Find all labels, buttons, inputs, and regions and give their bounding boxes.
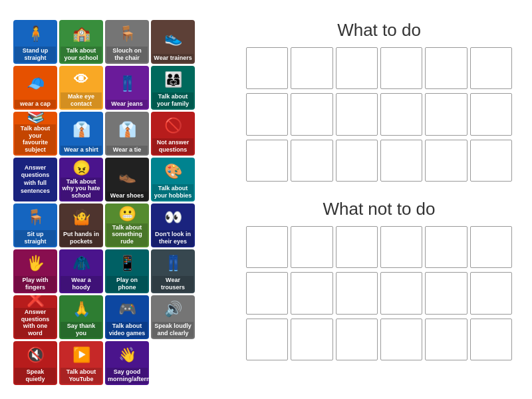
- card-label: Wear shoes: [106, 192, 148, 200]
- drop-cell[interactable]: [470, 93, 512, 135]
- drop-cell[interactable]: [246, 226, 288, 268]
- activity-card[interactable]: 📚 Talk about your favourite subject: [13, 112, 57, 156]
- drop-cell[interactable]: [291, 93, 332, 135]
- drop-cell[interactable]: [336, 140, 378, 182]
- drop-grid-todo-row3: [246, 140, 512, 182]
- card-image: 🎨: [152, 159, 194, 184]
- card-image: 🏫: [61, 21, 102, 47]
- activity-card[interactable]: 👔 Wear a shirt: [59, 112, 103, 156]
- activity-card[interactable]: 👖 Wear jeans: [105, 66, 149, 110]
- drop-cell[interactable]: [470, 319, 512, 360]
- activity-card[interactable]: 🪑 Sit up straight: [13, 203, 57, 247]
- drop-cell[interactable]: [336, 47, 378, 89]
- card-label: Play with fingers: [15, 276, 56, 292]
- drop-cell[interactable]: [246, 272, 288, 314]
- card-image: 👞: [106, 159, 148, 192]
- drop-cell[interactable]: [425, 140, 467, 182]
- card-image: ▶️: [61, 342, 102, 368]
- activity-card[interactable]: 🪑 Slouch on the chair: [105, 20, 149, 64]
- activity-card[interactable]: ▶️ Talk about YouTube: [59, 341, 103, 385]
- card-image: 👨‍👩‍👧: [152, 67, 194, 92]
- activity-card[interactable]: 🚫 Not answer questions: [151, 112, 195, 156]
- activity-card[interactable]: 👀 Don't look in their eyes: [151, 203, 195, 247]
- drop-cell[interactable]: [246, 140, 288, 182]
- card-label: Talk about your family: [152, 92, 194, 108]
- activity-card[interactable]: 🔊 Speak loudly and clearly: [151, 295, 195, 339]
- drop-cell[interactable]: [380, 272, 422, 314]
- activity-card[interactable]: 🧥 Wear a hoody: [59, 249, 103, 293]
- card-label: Slouch on the chair: [106, 47, 148, 63]
- card-image: 🎮: [106, 297, 148, 322]
- drop-cell[interactable]: [291, 47, 332, 89]
- drop-cell[interactable]: [380, 226, 422, 268]
- card-label: Talk about your school: [61, 47, 102, 63]
- activity-card[interactable]: 🏫 Talk about your school: [59, 20, 103, 64]
- drop-cell[interactable]: [291, 319, 332, 360]
- card-label: Talk about why you hate school: [61, 178, 102, 200]
- activity-card[interactable]: 📱 Play on phone: [105, 249, 149, 293]
- card-image: 👔: [61, 113, 102, 146]
- drop-cell[interactable]: [425, 226, 467, 268]
- activity-card[interactable]: 👖 Wear trousers: [151, 249, 195, 293]
- what-not-to-do-title: What not to do: [246, 199, 512, 219]
- activity-card[interactable]: 🖐 Play with fingers: [13, 249, 57, 293]
- activity-card[interactable]: 👋 Say good morning/afternoon: [105, 341, 149, 385]
- card-image: 👖: [106, 67, 148, 100]
- drop-cell[interactable]: [336, 272, 378, 314]
- activity-card[interactable]: 🧢 wear a cap: [13, 66, 57, 110]
- card-label: Talk about your favourite subject: [15, 124, 56, 154]
- activity-card[interactable]: 😬 Talk about something rude: [105, 203, 149, 247]
- drop-cell[interactable]: [470, 47, 512, 89]
- drop-cell[interactable]: [380, 47, 422, 89]
- activity-card[interactable]: 👨‍👩‍👧 Talk about your family: [151, 66, 195, 110]
- drop-cell[interactable]: [380, 93, 422, 135]
- card-label: Don't look in their eyes: [152, 230, 194, 246]
- drop-cell[interactable]: [470, 140, 512, 182]
- drop-cell[interactable]: [336, 319, 378, 360]
- drop-cell[interactable]: [470, 226, 512, 268]
- card-label: Wear a hoody: [61, 276, 102, 292]
- drop-cell[interactable]: [246, 319, 288, 360]
- right-panel: What to do What not to do: [233, 13, 525, 386]
- card-image: 🚫: [152, 113, 194, 138]
- card-label: Speak quietly: [15, 368, 56, 384]
- drop-cell[interactable]: [246, 47, 288, 89]
- activity-card[interactable]: ❌ Answer questions with one word: [13, 295, 57, 339]
- card-label: Wear trainers: [152, 54, 194, 63]
- drop-cell[interactable]: [380, 140, 422, 182]
- card-image: 📚: [15, 112, 56, 124]
- activity-card[interactable]: 👟 Wear trainers: [151, 20, 195, 64]
- card-label: Wear trousers: [152, 276, 194, 292]
- card-image: 😬: [106, 205, 148, 223]
- activity-card[interactable]: 🧍 Stand up straight: [13, 20, 57, 64]
- drop-cell[interactable]: [425, 93, 467, 135]
- drop-cell[interactable]: [425, 319, 467, 360]
- drop-cell[interactable]: [246, 93, 288, 135]
- drop-cell[interactable]: [470, 272, 512, 314]
- drop-cell[interactable]: [425, 47, 467, 89]
- activity-card[interactable]: 🎨 Talk about your hobbies: [151, 158, 195, 201]
- card-image: 🧍: [15, 21, 56, 47]
- activity-card[interactable]: 👁 Make eye contact: [59, 66, 103, 110]
- card-label: Wear jeans: [106, 100, 148, 108]
- activity-card[interactable]: 👔 Wear a tie: [105, 112, 149, 156]
- card-image: 🧢: [15, 67, 56, 100]
- drop-cell[interactable]: [291, 272, 332, 314]
- drop-cell[interactable]: [291, 140, 332, 182]
- drop-grid-notto-row3: [246, 319, 512, 360]
- activity-card[interactable]: Answer questions with full sentences: [13, 158, 57, 201]
- card-label: Wear a shirt: [61, 146, 102, 154]
- activity-card[interactable]: 🤷 Put hands in pockets: [59, 203, 103, 247]
- activity-card[interactable]: 🙏 Say thank you: [59, 295, 103, 339]
- drop-cell[interactable]: [336, 93, 378, 135]
- drop-cell[interactable]: [291, 226, 332, 268]
- activity-card[interactable]: 👞 Wear shoes: [105, 158, 149, 201]
- card-panel: 🧍 Stand up straight 🏫 Talk about your sc…: [7, 13, 233, 386]
- activity-card[interactable]: 🔇 Speak quietly: [13, 341, 57, 385]
- drop-cell[interactable]: [380, 319, 422, 360]
- card-image: 👔: [106, 113, 148, 146]
- activity-card[interactable]: 🎮 Talk about video games: [105, 295, 149, 339]
- drop-cell[interactable]: [336, 226, 378, 268]
- drop-cell[interactable]: [425, 272, 467, 314]
- activity-card[interactable]: 😠 Talk about why you hate school: [59, 158, 103, 201]
